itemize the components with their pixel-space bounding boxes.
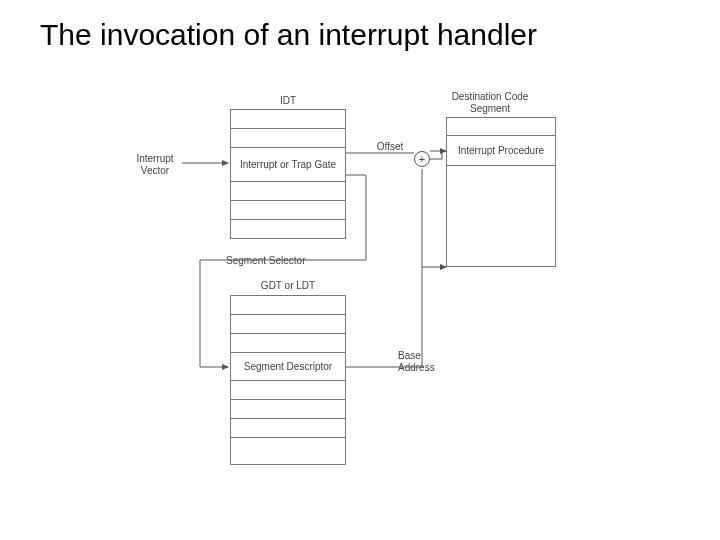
interrupt-procedure-cell: Interrupt Procedure [447, 136, 555, 166]
plus-icon: + [414, 151, 430, 167]
gdt-ldt-label: GDT or LDT [238, 280, 338, 292]
base-address-label: Base Address [398, 350, 458, 374]
interrupt-vector-label: Interrupt Vector [130, 153, 180, 177]
dest-code-segment-label: Destination Code Segment [440, 91, 540, 115]
segment-descriptor-cell: Segment Descriptor [231, 353, 345, 381]
page-title: The invocation of an interrupt handler [40, 18, 537, 52]
offset-label: Offset [370, 141, 410, 153]
gate-cell: Interrupt or Trap Gate [231, 148, 345, 182]
segment-selector-label: Segment Selector [226, 255, 326, 267]
gdt-ldt-table: Segment Descriptor [230, 295, 346, 465]
dest-code-segment-box: Interrupt Procedure [446, 117, 556, 267]
idt-table: Interrupt or Trap Gate [230, 109, 346, 239]
diagram-canvas: IDT Interrupt or Trap Gate Interrupt Vec… [130, 95, 590, 515]
idt-label: IDT [238, 95, 338, 107]
